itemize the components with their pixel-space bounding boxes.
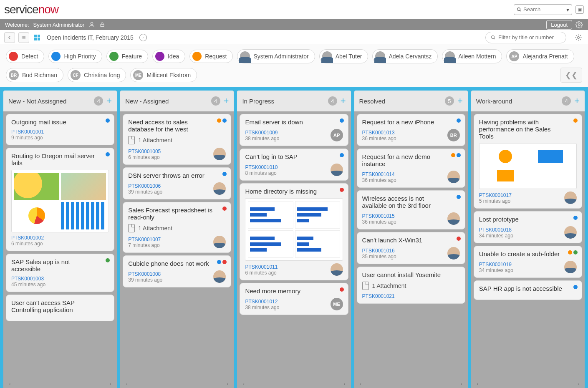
- lane-next-button[interactable]: →: [222, 380, 230, 388]
- lane-prev-button[interactable]: ←: [358, 380, 366, 388]
- person-pill-0[interactable]: System Administrator: [237, 49, 315, 63]
- kanban-card[interactable]: Cubicle phone does not workPTSK000100839…: [123, 255, 231, 287]
- lane-prev-button[interactable]: ←: [124, 380, 132, 388]
- settings-gear-icon[interactable]: [575, 21, 583, 28]
- lane-count: 4: [94, 96, 103, 106]
- ticket-id[interactable]: PTSK0001013: [362, 130, 396, 136]
- tag-pill-3[interactable]: Idea: [152, 50, 185, 63]
- expand-icon[interactable]: ▣: [575, 5, 584, 14]
- attachment-row[interactable]: 1 Attachment: [362, 282, 460, 290]
- tag-pill-0[interactable]: Defect: [6, 50, 44, 63]
- add-card-button[interactable]: +: [106, 96, 112, 106]
- kanban-card[interactable]: Wireless access is not available on the …: [357, 190, 465, 229]
- tag-pill-4[interactable]: Request: [189, 50, 233, 63]
- person-pill-4[interactable]: APAlejandra Prenatt: [506, 49, 574, 63]
- ticket-id[interactable]: PTSK0001017: [479, 192, 512, 198]
- ticket-id[interactable]: PTSK0001018: [479, 227, 513, 233]
- card-title: Request for a new demo instance: [362, 153, 460, 167]
- list-view-button[interactable]: [18, 32, 29, 43]
- ticket-id[interactable]: PTSK0001009: [245, 130, 279, 136]
- info-icon[interactable]: i: [139, 34, 147, 41]
- kanban-card[interactable]: Need more memoryPTSK000101238 minutes ag…: [240, 283, 348, 315]
- board-view-button[interactable]: [34, 35, 40, 40]
- add-card-button[interactable]: +: [224, 96, 229, 106]
- assignee-avatar: ME: [331, 298, 343, 310]
- svg-point-10: [22, 38, 23, 39]
- ticket-id[interactable]: PTSK0001021: [362, 293, 395, 299]
- add-card-button[interactable]: +: [574, 96, 580, 106]
- lane-next-button[interactable]: →: [456, 380, 464, 388]
- ticket-id[interactable]: PTSK0001007: [128, 237, 161, 242]
- pill-label: Alejandra Prenatt: [522, 53, 568, 60]
- kanban-card[interactable]: Can't launch X-Win31PTSK000101635 minute…: [357, 232, 465, 264]
- ticket-id[interactable]: PTSK0001019: [479, 262, 513, 267]
- card-thumbnail: [245, 198, 343, 261]
- person-pill-5[interactable]: BRBud Richman: [6, 68, 63, 82]
- ticket-id[interactable]: PTSK0001014: [362, 171, 396, 177]
- ticket-id[interactable]: PTSK0001001: [11, 129, 44, 135]
- tag-dot: [573, 216, 578, 220]
- card-tags: [457, 195, 461, 199]
- lane-prev-button[interactable]: ←: [475, 380, 483, 388]
- board-settings-icon[interactable]: [573, 32, 584, 43]
- person-pill-2[interactable]: Adela Cervantsz: [372, 49, 438, 63]
- kanban-card[interactable]: SAP Sales app is not accessiblePTSK00010…: [6, 254, 114, 292]
- kanban-card[interactable]: Having problems with performance on the …: [474, 114, 582, 209]
- lane-2: In Progress4+Email server is downPTSK000…: [237, 91, 351, 388]
- tag-pill-1[interactable]: High Priority: [48, 50, 102, 63]
- kanban-card[interactable]: DSN server throws an errorPTSK000100639 …: [123, 167, 231, 199]
- kanban-card[interactable]: SAP HR app is not accessible: [474, 280, 582, 300]
- ticket-id[interactable]: PTSK0001016: [362, 248, 396, 254]
- ticket-id[interactable]: PTSK0001006: [128, 183, 162, 189]
- tag-dot: [573, 118, 578, 123]
- global-search-input[interactable]: [523, 6, 557, 13]
- attachment-row[interactable]: 1 Attachment: [128, 136, 226, 144]
- kanban-card[interactable]: Need access to sales database for the we…: [123, 114, 231, 165]
- add-card-button[interactable]: +: [341, 96, 346, 106]
- kanban-card[interactable]: Routing to Oregon mail server failsPTSK0…: [6, 148, 114, 251]
- search-dropdown-caret[interactable]: ▾: [566, 6, 569, 13]
- kanban-card[interactable]: Email server is downPTSK000100938 minute…: [240, 114, 348, 146]
- ticket-id[interactable]: PTSK0001015: [362, 213, 396, 219]
- board-filter-input[interactable]: [498, 34, 561, 40]
- lane-prev-button[interactable]: ←: [241, 380, 249, 388]
- lane-next-button[interactable]: →: [339, 380, 347, 388]
- lock-icon[interactable]: [99, 22, 105, 28]
- back-button[interactable]: [4, 32, 15, 43]
- add-card-button[interactable]: +: [457, 96, 463, 106]
- user-icon[interactable]: [88, 21, 95, 28]
- person-pill-6[interactable]: CFChristina fong: [68, 68, 126, 82]
- card-title: SAP HR app is not accessible: [479, 285, 577, 292]
- kanban-card[interactable]: Request for a new iPhonePTSK000101336 mi…: [357, 114, 465, 146]
- kanban-card[interactable]: Unable to create a sub-folderPTSK0001019…: [474, 246, 582, 278]
- collapse-pills-button[interactable]: ❮❮: [560, 68, 582, 83]
- kanban-card[interactable]: Can't log in to SAPPTSK00010108 minutes …: [240, 149, 348, 181]
- lane-next-button[interactable]: →: [573, 380, 580, 388]
- ticket-id[interactable]: PTSK0001005: [128, 149, 161, 154]
- lane-next-button[interactable]: →: [105, 380, 113, 388]
- person-pill-3[interactable]: Aileen Mottern: [442, 49, 502, 63]
- ticket-id[interactable]: PTSK0001012: [245, 299, 279, 305]
- kanban-card[interactable]: Sales Forecast spreadsheet is read-only1…: [123, 202, 231, 253]
- kanban-card[interactable]: Request for a new demo instancePTSK00010…: [357, 149, 465, 188]
- lane-1: New - Assigned4+Need access to sales dat…: [120, 91, 234, 388]
- kanban-card[interactable]: Home directory is missingPTSK00010116 mi…: [240, 183, 348, 280]
- tag-pill-2[interactable]: Feature: [106, 50, 148, 63]
- ticket-id[interactable]: PTSK0001002: [11, 235, 44, 241]
- kanban-card[interactable]: Outgoing mail issuePTSK00010019 minutes …: [6, 114, 114, 145]
- global-search[interactable]: ▾: [514, 4, 572, 15]
- card-time: 45 minutes ago: [11, 282, 45, 287]
- attachment-row[interactable]: 1 Attachment: [128, 224, 226, 232]
- lane-prev-button[interactable]: ←: [8, 380, 15, 388]
- ticket-id[interactable]: PTSK0001003: [11, 276, 45, 282]
- board-filter[interactable]: [485, 32, 566, 43]
- kanban-card[interactable]: Lost prototypePTSK000101834 minutes ago: [474, 211, 582, 243]
- kanban-card[interactable]: User can't access SAP Controlling applic…: [6, 295, 114, 321]
- ticket-id[interactable]: PTSK0001008: [128, 271, 162, 277]
- logout-button[interactable]: Logout: [546, 20, 572, 30]
- ticket-id[interactable]: PTSK0001010: [245, 164, 278, 170]
- person-pill-1[interactable]: Abel Tuter: [319, 49, 368, 63]
- person-pill-7[interactable]: MEMillicent Ekstrom: [130, 68, 197, 82]
- kanban-card[interactable]: User cannot install Yosemite1 Attachment…: [357, 267, 465, 304]
- ticket-id[interactable]: PTSK0001011: [245, 264, 278, 270]
